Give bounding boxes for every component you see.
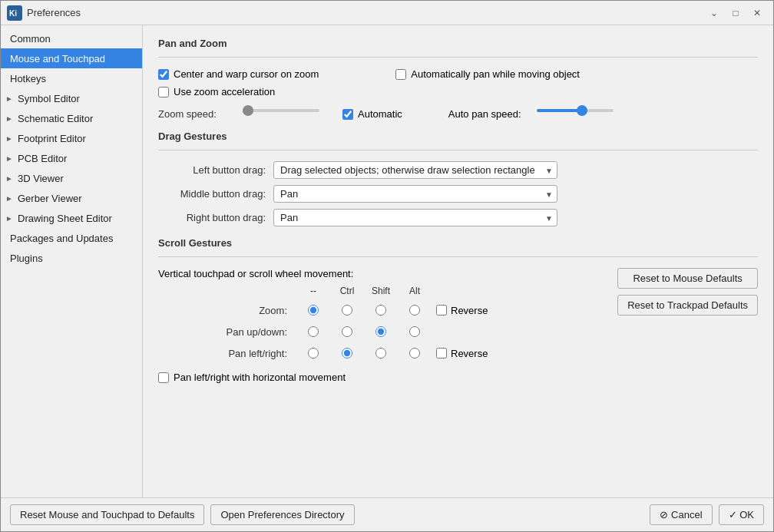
sidebar-item-common[interactable]: Common: [1, 28, 142, 48]
sidebar-item-hotkeys[interactable]: Hotkeys: [1, 68, 142, 88]
panupdown-radio-ctrl[interactable]: [342, 326, 352, 337]
sidebar-item-symbol-editor[interactable]: ► Symbol Editor: [1, 88, 142, 108]
col-header-dash: --: [296, 286, 330, 296]
panleftright-radio-ctrl-cell: [330, 348, 364, 359]
reset-trackpad-button[interactable]: Reset to Trackpad Defaults: [617, 295, 758, 316]
zoom-speed-slider-track[interactable]: [243, 109, 319, 120]
pan-leftright-label: Pan left/right:: [158, 348, 296, 359]
panupdown-radio-alt[interactable]: [409, 326, 420, 337]
sidebar-item-schematic-editor[interactable]: ► Schematic Editor: [1, 108, 142, 128]
panleftright-radio-shift[interactable]: [375, 348, 386, 359]
zoom-slider-bg: [243, 109, 319, 112]
settings-panel: Pan and Zoom Center and warp cursor on z…: [143, 25, 773, 497]
window-title: Preferences: [27, 7, 81, 18]
sidebar-label-common: Common: [10, 33, 51, 45]
cancel-button[interactable]: ⊘ Cancel: [650, 504, 712, 525]
zoom-accel-label[interactable]: Use zoom acceleration: [158, 86, 275, 97]
sidebar-item-plugins[interactable]: Plugins: [1, 248, 142, 268]
panleftright-radio-dash[interactable]: [308, 348, 319, 359]
minimize-button[interactable]: ⌄: [704, 5, 724, 21]
sidebar-label-symbol-editor: Symbol Editor: [18, 93, 80, 104]
preferences-window: Ki Preferences ⌄ □ ✕ Common Mouse and To…: [0, 0, 774, 532]
open-prefs-dir-button[interactable]: Open Preferences Directory: [210, 504, 354, 525]
panleftright-radio-ctrl[interactable]: [342, 348, 352, 359]
close-button[interactable]: ✕: [747, 5, 767, 21]
panupdown-radio-dash[interactable]: [308, 326, 319, 337]
auto-pan-label[interactable]: Automatically pan while moving object: [395, 68, 580, 80]
svg-text:Ki: Ki: [9, 9, 17, 18]
ok-label: OK: [739, 509, 754, 520]
panleftright-reverse-label: Reverse: [451, 348, 488, 359]
pan-updown-label: Pan up/down:: [158, 326, 296, 338]
sidebar-label-hotkeys: Hotkeys: [10, 73, 46, 84]
left-button-drag-select[interactable]: Drag selected objects; otherwise draw se…: [273, 161, 557, 179]
zoom-reverse-cell: Reverse: [436, 305, 488, 316]
scroll-col-headers: -- Ctrl Shift Alt: [296, 286, 602, 296]
reset-mouse-touchpad-button[interactable]: Reset Mouse and Touchpad to Defaults: [10, 504, 204, 525]
cancel-label: Cancel: [671, 509, 702, 520]
center-warp-checkbox[interactable]: [158, 69, 169, 80]
center-warp-label[interactable]: Center and warp cursor on zoom: [158, 68, 319, 80]
auto-pan-slider-track[interactable]: [537, 109, 614, 120]
col-header-alt: Alt: [398, 286, 432, 296]
scroll-zoom-row: Zoom:: [158, 299, 602, 321]
sidebar-label-packages: Packages and Updates: [10, 233, 113, 244]
sidebar-item-footprint-editor[interactable]: ► Footprint Editor: [1, 128, 142, 148]
sidebar-label-pcb-editor: PCB Editor: [18, 153, 67, 164]
titlebar-left: Ki Preferences: [7, 5, 81, 21]
sidebar-item-packages[interactable]: Packages and Updates: [1, 228, 142, 248]
scroll-gestures-section: Scroll Gestures Vertical touchpad or scr…: [158, 237, 758, 383]
zoom-radio-dash[interactable]: [308, 305, 319, 316]
automatic-label[interactable]: Automatic: [342, 108, 402, 120]
auto-pan-slider-bg: [537, 109, 614, 112]
right-button-drag-label: Right button drag:: [158, 212, 266, 223]
chevron-icon-3d: ►: [5, 174, 15, 183]
right-button-drag-row: Right button drag: Pan Zoom No action ▼: [158, 209, 758, 226]
scroll-left-panel: Vertical touchpad or scroll wheel moveme…: [158, 268, 602, 383]
sidebar-item-3d-viewer[interactable]: ► 3D Viewer: [1, 168, 142, 188]
panleftright-reverse-checkbox[interactable]: [436, 348, 447, 359]
sidebar-label-gerber-viewer: Gerber Viewer: [18, 193, 82, 204]
automatic-checkbox[interactable]: [342, 109, 353, 120]
sidebar-item-gerber-viewer[interactable]: ► Gerber Viewer: [1, 188, 142, 208]
panupdown-radio-dash-cell: [296, 326, 330, 337]
zoom-reverse-checkbox[interactable]: [436, 305, 447, 316]
zoom-radio-ctrl[interactable]: [342, 305, 352, 316]
bottom-right-buttons: ⊘ Cancel ✓ OK: [650, 504, 764, 525]
zoom-radio-alt[interactable]: [409, 305, 420, 316]
panleftright-radio-dash-cell: [296, 348, 330, 359]
sidebar-label-mouse: Mouse and Touchpad: [10, 53, 105, 64]
maximize-button[interactable]: □: [726, 5, 746, 21]
zoom-radio-dash-cell: [296, 305, 330, 316]
sidebar-item-mouse[interactable]: Mouse and Touchpad: [1, 48, 142, 68]
scroll-panleftright-row: Pan left/right:: [158, 342, 602, 364]
col-header-ctrl: Ctrl: [330, 286, 364, 296]
panleftright-radio-alt[interactable]: [409, 348, 420, 359]
panupdown-radio-shift-cell: [364, 326, 398, 337]
sidebar-item-pcb-editor[interactable]: ► PCB Editor: [1, 148, 142, 168]
middle-button-drag-select[interactable]: Pan Zoom No action: [273, 185, 557, 203]
reset-mouse-button[interactable]: Reset to Mouse Defaults: [617, 268, 758, 289]
scroll-content-row: Vertical touchpad or scroll wheel moveme…: [158, 268, 758, 383]
titlebar-controls: ⌄ □ ✕: [704, 5, 767, 21]
zoom-slider-thumb[interactable]: [243, 105, 253, 116]
zoom-radio-shift[interactable]: [375, 305, 386, 316]
pan-zoom-title: Pan and Zoom: [158, 38, 758, 49]
sidebar-label-schematic-editor: Schematic Editor: [18, 113, 93, 124]
ok-icon: ✓: [729, 509, 740, 520]
right-button-drag-select[interactable]: Pan Zoom No action: [273, 209, 557, 226]
zoom-radio-alt-cell: [398, 305, 432, 316]
sidebar-item-drawing-sheet-editor[interactable]: ► Drawing Sheet Editor: [1, 208, 142, 228]
right-button-drag-select-wrapper: Pan Zoom No action ▼: [273, 209, 557, 226]
col-header-shift: Shift: [364, 286, 398, 296]
cancel-icon: ⊘: [660, 509, 671, 520]
zoom-accel-checkbox[interactable]: [158, 87, 169, 97]
ok-button[interactable]: ✓ OK: [719, 504, 764, 525]
sidebar-label-drawing-sheet-editor: Drawing Sheet Editor: [18, 213, 112, 224]
bottom-left-buttons: Reset Mouse and Touchpad to Defaults Ope…: [10, 504, 355, 525]
panupdown-radio-shift[interactable]: [375, 326, 386, 337]
pan-horizontal-checkbox[interactable]: [158, 372, 169, 383]
scroll-right-buttons: Reset to Mouse Defaults Reset to Trackpa…: [617, 268, 758, 316]
auto-pan-slider-thumb[interactable]: [577, 105, 587, 116]
auto-pan-checkbox[interactable]: [395, 69, 406, 80]
